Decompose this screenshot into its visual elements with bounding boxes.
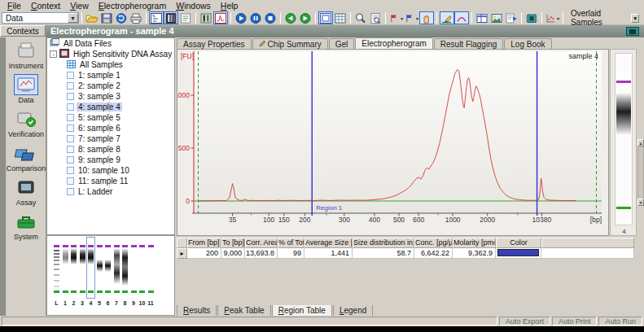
gel-panel-icon[interactable]	[164, 11, 178, 24]
collapse-icon[interactable]: -	[50, 50, 57, 58]
context-combobox[interactable]: Data▼	[2, 12, 79, 24]
tree-item-8-sample-8[interactable]: 8: sample 8	[47, 144, 174, 155]
sample-checkbox[interactable]	[67, 114, 74, 121]
gel-lane-11[interactable]	[148, 238, 154, 299]
gel-lane-10[interactable]	[139, 238, 145, 299]
context-item-verification[interactable]: Verification	[7, 108, 46, 138]
sample-checkbox[interactable]	[67, 82, 74, 90]
tab-electropherogram[interactable]: Electropherogram	[355, 37, 432, 49]
pause-run-icon[interactable]	[248, 11, 263, 24]
tree-item-3-sample-3[interactable]: 3: sample 3	[47, 91, 174, 102]
scroll-down-icon[interactable]: ▼	[637, 199, 644, 206]
tree-item-2-sample-2[interactable]: 2: sample 2	[47, 81, 174, 91]
column-header-conc-pg-l-[interactable]: Conc. [pg/µl]	[414, 238, 453, 248]
scroll-up-icon[interactable]: ▲	[637, 139, 644, 146]
gel-lane-l[interactable]	[54, 238, 59, 299]
gel-lane-4[interactable]	[88, 238, 94, 299]
sample-checkbox[interactable]	[67, 146, 74, 153]
export-data-icon[interactable]	[504, 11, 519, 24]
open-file-icon[interactable]	[85, 11, 99, 24]
context-item-instrument[interactable]: Instrument	[7, 40, 46, 70]
zoom-window-icon[interactable]	[318, 11, 333, 24]
sample-checkbox[interactable]	[67, 167, 74, 174]
column-header-size-distribution-in-cv-[interactable]: Size distribution in CV [%]	[353, 238, 414, 248]
navigate-forward-icon[interactable]	[298, 11, 313, 24]
tree-item-all-samples[interactable]: All Samples	[47, 59, 174, 70]
sample-checkbox[interactable]	[67, 188, 74, 195]
sample-checkbox[interactable]	[67, 72, 74, 79]
tree-item-9-sample-9[interactable]: 9: sample 9	[47, 155, 174, 165]
tab-gel[interactable]: Gel	[329, 38, 355, 49]
sample-checkbox[interactable]	[67, 103, 74, 111]
manual-baseline-icon[interactable]	[440, 11, 454, 24]
column-header--of-total[interactable]: % of Total	[278, 238, 304, 248]
tree-item-l-ladder[interactable]: L: Ladder	[47, 186, 174, 197]
menu-item-file[interactable]: File	[3, 1, 25, 11]
chevron-down-icon[interactable]: ▾	[401, 15, 403, 21]
tree-item-5-sample-5[interactable]: 5: sample 5	[47, 112, 174, 123]
sample-checkbox[interactable]	[67, 156, 74, 164]
chevron-down-icon[interactable]: ▾	[416, 15, 418, 21]
gel-lane-8[interactable]	[122, 238, 128, 299]
menu-item-help[interactable]: Help	[217, 1, 243, 11]
tree-item-7-sample-7[interactable]: 7: sample 7	[47, 133, 174, 144]
chevron-down-icon[interactable]: ▼	[68, 13, 78, 23]
tree-item-1-sample-1[interactable]: 1: sample 1	[47, 70, 174, 81]
gel-lane-3[interactable]	[80, 238, 85, 299]
tree-view-icon[interactable]	[149, 11, 164, 24]
table-row[interactable]: ▸2009,00013,693.8991,44158.76,642.229,36…	[177, 248, 634, 259]
tree-file-item[interactable]: -High Sensitivity DNA Assay _D...	[47, 49, 174, 59]
save-icon[interactable]	[99, 11, 114, 24]
context-item-comparison[interactable]: Comparison	[7, 142, 46, 173]
legend-table-icon[interactable]	[475, 11, 489, 24]
assay-properties-icon[interactable]	[178, 11, 193, 24]
column-header-average-size-bp-[interactable]: Average Size [bp]	[304, 238, 353, 248]
tree-item-6-sample-6[interactable]: 6: sample 6	[47, 123, 174, 133]
gel-lane-7[interactable]	[114, 238, 120, 299]
gel-scrollbar-track[interactable]	[637, 139, 644, 206]
grid-view-icon[interactable]	[333, 11, 348, 24]
gel-scrollbar[interactable]: ▲ ▼	[637, 49, 644, 236]
column-header-molarity-pmol-l-[interactable]: Molarity [pmol/l]	[453, 238, 496, 248]
report-preview-icon[interactable]	[368, 11, 383, 24]
sample-checkbox[interactable]	[67, 135, 74, 142]
tab-result-flagging[interactable]: Result Flagging	[434, 38, 503, 49]
gel-image-icon[interactable]	[199, 11, 213, 24]
chevron-down-icon[interactable]: ▼	[631, 14, 639, 23]
context-item-system[interactable]: System	[7, 211, 46, 241]
zoom-tool-icon[interactable]	[353, 11, 368, 24]
navigate-back-icon[interactable]	[283, 11, 298, 24]
tree-root-all-data-files[interactable]: All Data Files	[47, 38, 174, 49]
flag-tool-icon[interactable]: ▾	[388, 11, 404, 24]
pan-tool-icon[interactable]	[419, 11, 434, 24]
tree-item-11-sample-11[interactable]: 11: sample 11	[47, 176, 174, 186]
column-header-color[interactable]: Color	[496, 238, 541, 248]
gel-lane-5[interactable]	[97, 238, 103, 299]
sample-checkbox[interactable]	[67, 124, 74, 132]
menu-item-context[interactable]: Context	[27, 1, 64, 11]
tree-item-4-sample-4[interactable]: 4: sample 4	[47, 102, 174, 112]
menu-item-windows[interactable]: Windows	[172, 1, 215, 11]
sample-gel-lane-panel[interactable]: 4	[610, 49, 637, 236]
gel-lane-2[interactable]	[71, 238, 77, 299]
gel-lane-1[interactable]	[63, 238, 68, 299]
marker-tool-icon[interactable]: ▾	[404, 11, 419, 24]
sample-checkbox[interactable]	[67, 177, 74, 185]
revert-icon[interactable]	[114, 11, 129, 24]
overlay-tool-icon[interactable]: ▾	[545, 11, 560, 24]
chip-summary-icon[interactable]	[524, 11, 539, 24]
context-item-assay[interactable]: Assay	[7, 177, 46, 207]
tab-log-book[interactable]: Log Book	[504, 38, 551, 49]
tab-assay-properties[interactable]: Assay Properties	[177, 38, 252, 49]
export-image-icon[interactable]	[489, 11, 504, 24]
gel-lane-6[interactable]	[105, 238, 111, 299]
sample-checkbox[interactable]	[67, 93, 74, 100]
column-header-from-bp-[interactable]: From [bp] ▵	[187, 238, 221, 248]
mini-gel-panel[interactable]: L1234567891011	[46, 235, 175, 316]
print-icon[interactable]	[129, 11, 143, 24]
gel-lane-9[interactable]	[131, 238, 137, 299]
electropherogram-chart[interactable]: 351001502003004005006001000200010380[bp]…	[177, 49, 609, 236]
menu-item-electropherogram[interactable]: Electropherogram	[94, 1, 170, 11]
column-header-corr-area[interactable]: Corr. Area	[245, 238, 278, 248]
context-item-data[interactable]: Data	[7, 74, 46, 104]
